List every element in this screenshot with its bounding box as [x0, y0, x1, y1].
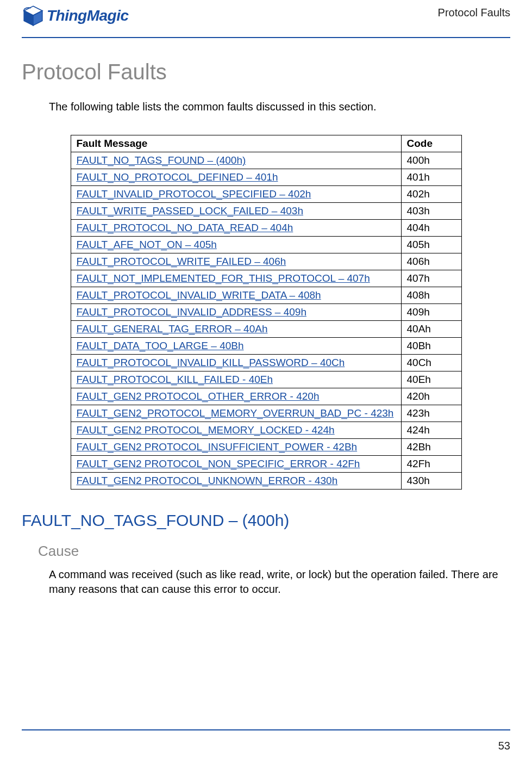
table-header-code: Code: [401, 135, 461, 152]
fault-message-link[interactable]: FAULT_INVALID_PROTOCOL_SPECIFIED – 402h: [77, 188, 311, 200]
fault-message-cell: FAULT_PROTOCOL_NO_DATA_READ – 404h: [71, 220, 401, 237]
main-title: Protocol Faults: [22, 60, 510, 84]
fault-message-cell: FAULT_INVALID_PROTOCOL_SPECIFIED – 402h: [71, 186, 401, 203]
fault-message-cell: FAULT_GEN2 PROTOCOL_UNKNOWN_ERROR - 430h: [71, 473, 401, 490]
fault-message-link[interactable]: FAULT_AFE_NOT_ON – 405h: [77, 239, 217, 250]
fault-message-cell: FAULT_DATA_TOO_LARGE – 40Bh: [71, 338, 401, 355]
fault-code-cell: 420h: [401, 388, 461, 405]
footer-divider: [22, 729, 510, 730]
table-row: FAULT_PROTOCOL_NO_DATA_READ – 404h404h: [71, 220, 461, 237]
fault-message-cell: FAULT_PROTOCOL_WRITE_FAILED – 406h: [71, 253, 401, 270]
fault-message-cell: FAULT_PROTOCOL_INVALID_ADDRESS – 409h: [71, 304, 401, 321]
body-text: A command was received (such as like rea…: [49, 567, 510, 597]
intro-text: The following table lists the common fau…: [49, 101, 510, 113]
table-header-msg: Fault Message: [71, 135, 401, 152]
page-header: ThingMagic Protocol Faults: [22, 0, 510, 27]
table-row: FAULT_INVALID_PROTOCOL_SPECIFIED – 402h4…: [71, 186, 461, 203]
fault-table: Fault Message Code FAULT_NO_TAGS_FOUND –…: [71, 135, 462, 490]
header-divider: [22, 37, 510, 38]
fault-code-cell: 402h: [401, 186, 461, 203]
fault-message-link[interactable]: FAULT_PROTOCOL_INVALID_WRITE_DATA – 408h: [77, 289, 321, 301]
fault-code-cell: 405h: [401, 237, 461, 253]
fault-code-cell: 403h: [401, 203, 461, 220]
fault-code-cell: 408h: [401, 287, 461, 304]
fault-code-cell: 40Eh: [401, 371, 461, 388]
fault-code-cell: 42Fh: [401, 456, 461, 473]
fault-code-cell: 404h: [401, 220, 461, 237]
table-row: FAULT_NO_TAGS_FOUND – (400h)400h: [71, 152, 461, 169]
fault-message-link[interactable]: FAULT_GEN2 PROTOCOL_OTHER_ERROR - 420h: [77, 391, 320, 402]
fault-message-cell: FAULT_PROTOCOL_INVALID_WRITE_DATA – 408h: [71, 287, 401, 304]
section-heading: FAULT_NO_TAGS_FOUND – (400h): [22, 511, 510, 530]
fault-code-cell: 401h: [401, 169, 461, 186]
table-row: FAULT_PROTOCOL_KILL_FAILED - 40Eh40Eh: [71, 371, 461, 388]
fault-code-cell: 406h: [401, 253, 461, 270]
fault-message-link[interactable]: FAULT_GEN2 PROTOCOL_UNKNOWN_ERROR - 430h: [77, 475, 338, 486]
fault-message-cell: FAULT_GEN2 PROTOCOL_OTHER_ERROR - 420h: [71, 388, 401, 405]
table-row: FAULT_AFE_NOT_ON – 405h405h: [71, 237, 461, 253]
table-row: FAULT_WRITE_PASSED_LOCK_FAILED – 403h403…: [71, 203, 461, 220]
logo-cube-icon: [22, 4, 45, 27]
fault-message-cell: FAULT_WRITE_PASSED_LOCK_FAILED – 403h: [71, 203, 401, 220]
table-row: FAULT_GEN2 PROTOCOL_MEMORY_LOCKED - 424h…: [71, 422, 461, 439]
fault-message-link[interactable]: FAULT_WRITE_PASSED_LOCK_FAILED – 403h: [77, 205, 303, 216]
fault-message-cell: FAULT_GEN2 PROTOCOL_MEMORY_LOCKED - 424h: [71, 422, 401, 439]
fault-message-cell: FAULT_GEN2 PROTOCOL_NON_SPECIFIC_ERROR -…: [71, 456, 401, 473]
fault-message-link[interactable]: FAULT_NO_PROTOCOL_DEFINED – 401h: [77, 171, 278, 183]
logo: ThingMagic: [22, 4, 129, 27]
sub-heading: Cause: [38, 543, 510, 560]
fault-message-cell: FAULT_AFE_NOT_ON – 405h: [71, 237, 401, 253]
fault-message-link[interactable]: FAULT_DATA_TOO_LARGE – 40Bh: [77, 340, 244, 351]
fault-code-cell: 40Ch: [401, 355, 461, 371]
fault-message-cell: FAULT_GEN2 PROTOCOL_INSUFFICIENT_POWER -…: [71, 439, 401, 456]
fault-message-link[interactable]: FAULT_PROTOCOL_WRITE_FAILED – 406h: [77, 256, 286, 267]
fault-code-cell: 430h: [401, 473, 461, 490]
fault-code-cell: 407h: [401, 270, 461, 287]
fault-message-link[interactable]: FAULT_NO_TAGS_FOUND – (400h): [77, 154, 246, 166]
table-row: FAULT_NOT_IMPLEMENTED_FOR_THIS_PROTOCOL …: [71, 270, 461, 287]
table-row: FAULT_PROTOCOL_INVALID_KILL_PASSWORD – 4…: [71, 355, 461, 371]
fault-message-cell: FAULT_NO_PROTOCOL_DEFINED – 401h: [71, 169, 401, 186]
fault-message-link[interactable]: FAULT_NOT_IMPLEMENTED_FOR_THIS_PROTOCOL …: [77, 272, 370, 284]
fault-code-cell: 40Ah: [401, 321, 461, 338]
fault-code-cell: 424h: [401, 422, 461, 439]
fault-code-cell: 423h: [401, 405, 461, 422]
table-row: FAULT_DATA_TOO_LARGE – 40Bh40Bh: [71, 338, 461, 355]
fault-message-cell: FAULT_NOT_IMPLEMENTED_FOR_THIS_PROTOCOL …: [71, 270, 401, 287]
fault-message-link[interactable]: FAULT_GEN2_PROTOCOL_MEMORY_OVERRUN_BAD_P…: [77, 407, 394, 419]
fault-message-cell: FAULT_GEN2_PROTOCOL_MEMORY_OVERRUN_BAD_P…: [71, 405, 401, 422]
fault-message-cell: FAULT_GENERAL_TAG_ERROR – 40Ah: [71, 321, 401, 338]
fault-message-cell: FAULT_PROTOCOL_INVALID_KILL_PASSWORD – 4…: [71, 355, 401, 371]
logo-text: ThingMagic: [47, 7, 129, 24]
fault-message-link[interactable]: FAULT_PROTOCOL_INVALID_ADDRESS – 409h: [77, 306, 306, 318]
fault-message-link[interactable]: FAULT_GEN2 PROTOCOL_MEMORY_LOCKED - 424h: [77, 424, 335, 436]
header-right-title: Protocol Faults: [438, 4, 510, 19]
fault-message-link[interactable]: FAULT_GEN2 PROTOCOL_INSUFFICIENT_POWER -…: [77, 441, 358, 453]
table-row: FAULT_GEN2 PROTOCOL_INSUFFICIENT_POWER -…: [71, 439, 461, 456]
fault-code-cell: 400h: [401, 152, 461, 169]
fault-message-link[interactable]: FAULT_GEN2 PROTOCOL_NON_SPECIFIC_ERROR -…: [77, 458, 360, 469]
fault-message-cell: FAULT_PROTOCOL_KILL_FAILED - 40Eh: [71, 371, 401, 388]
fault-code-cell: 40Bh: [401, 338, 461, 355]
fault-message-link[interactable]: FAULT_PROTOCOL_INVALID_KILL_PASSWORD – 4…: [77, 357, 345, 368]
table-row: FAULT_GEN2_PROTOCOL_MEMORY_OVERRUN_BAD_P…: [71, 405, 461, 422]
fault-code-cell: 42Bh: [401, 439, 461, 456]
table-row: FAULT_PROTOCOL_WRITE_FAILED – 406h406h: [71, 253, 461, 270]
table-row: FAULT_GEN2 PROTOCOL_UNKNOWN_ERROR - 430h…: [71, 473, 461, 490]
table-header-row: Fault Message Code: [71, 135, 461, 152]
table-row: FAULT_NO_PROTOCOL_DEFINED – 401h401h: [71, 169, 461, 186]
table-row: FAULT_PROTOCOL_INVALID_ADDRESS – 409h409…: [71, 304, 461, 321]
page-number: 53: [498, 740, 510, 752]
fault-message-cell: FAULT_NO_TAGS_FOUND – (400h): [71, 152, 401, 169]
table-row: FAULT_GEN2 PROTOCOL_NON_SPECIFIC_ERROR -…: [71, 456, 461, 473]
table-row: FAULT_GEN2 PROTOCOL_OTHER_ERROR - 420h42…: [71, 388, 461, 405]
table-row: FAULT_PROTOCOL_INVALID_WRITE_DATA – 408h…: [71, 287, 461, 304]
table-row: FAULT_GENERAL_TAG_ERROR – 40Ah40Ah: [71, 321, 461, 338]
fault-message-link[interactable]: FAULT_PROTOCOL_NO_DATA_READ – 404h: [77, 222, 293, 233]
fault-message-link[interactable]: FAULT_PROTOCOL_KILL_FAILED - 40Eh: [77, 374, 273, 385]
fault-code-cell: 409h: [401, 304, 461, 321]
fault-message-link[interactable]: FAULT_GENERAL_TAG_ERROR – 40Ah: [77, 323, 268, 334]
